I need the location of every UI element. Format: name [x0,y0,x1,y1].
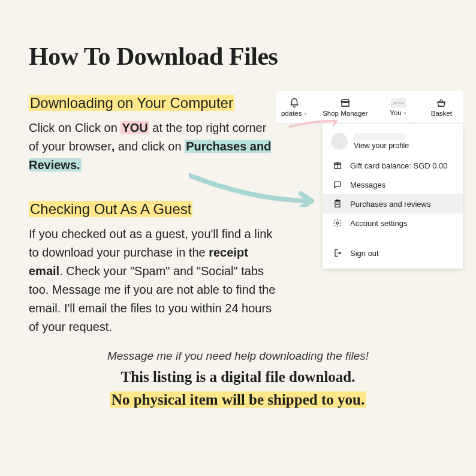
dropdown-signout-label: Sign out [350,249,379,258]
etsy-ui-mock: pdates▼ Shop Manager Emma You▼ Basket Vi… [276,91,463,269]
avatar [331,133,348,150]
signout-icon [332,248,343,258]
dropdown-gift-label: Gift card balance: SGD 0.00 [350,161,448,170]
dropdown-messages[interactable]: Messages [323,175,463,194]
nav-basket[interactable]: Basket [420,91,463,123]
gear-icon [332,218,343,228]
nav-you-label: You [390,109,401,116]
text-fragment: Click on Click on [29,121,120,134]
gift-icon [332,161,343,170]
section1-body: Click on Click on YOU at the top right c… [29,119,278,174]
you-avatar: Emma [391,98,406,108]
message-icon [332,180,343,189]
section2-body: If you checked out as a guest, you'll fi… [29,225,278,336]
nav-shop-manager[interactable]: Shop Manager [313,91,377,123]
dropdown-gift-card[interactable]: Gift card balance: SGD 0.00 [323,156,463,175]
dropdown-signout[interactable]: Sign out [323,243,463,263]
section-heading-computer: Downloading on Your Computer [29,95,234,111]
dropdown-messages-label: Messages [350,180,385,189]
svg-point-3 [336,222,339,224]
chevron-down-icon: ▼ [403,111,408,116]
nav-basket-label: Basket [431,110,452,117]
dropdown-caret [409,123,418,128]
footer-digital: This listing is a digital file download. [29,369,447,385]
basket-icon [436,98,447,109]
profile-name-placeholder [354,133,405,140]
dropdown-purchases[interactable]: Purchases and reviews [323,194,463,213]
nav-updates-label: pdates [281,110,302,117]
clipboard-icon [332,199,343,209]
view-profile-link[interactable]: View your profile [354,141,409,150]
page-title: How To Download Files [29,42,447,71]
section-heading-guest: Checking Out As A Guest [29,201,192,217]
etsy-top-nav: pdates▼ Shop Manager Emma You▼ Basket [276,91,463,123]
nav-shop-label: Shop Manager [323,110,367,117]
dropdown-account-label: Account settings [350,219,407,228]
you-highlight: YOU [120,121,149,134]
you-dropdown: View your profile Gift card balance: SGD… [323,123,463,269]
nav-you[interactable]: Emma You▼ [377,91,420,123]
footer-highlight: No physical item will be shipped to you. [110,391,366,408]
text-fragment: and click on [115,140,185,153]
footer-no-ship: No physical item will be shipped to you. [29,391,447,408]
dropdown-account[interactable]: Account settings [323,213,463,233]
chevron-down-icon: ▼ [303,112,308,117]
bell-icon [289,98,300,109]
shop-icon [340,98,351,109]
text-fragment: . Check your "Spam" and "Social" tabs to… [29,264,275,333]
dropdown-profile[interactable]: View your profile [323,127,463,156]
nav-updates[interactable]: pdates▼ [276,91,313,123]
dropdown-purchases-label: Purchases and reviews [350,200,430,209]
help-line: Message me if you need help downloading … [29,350,447,363]
